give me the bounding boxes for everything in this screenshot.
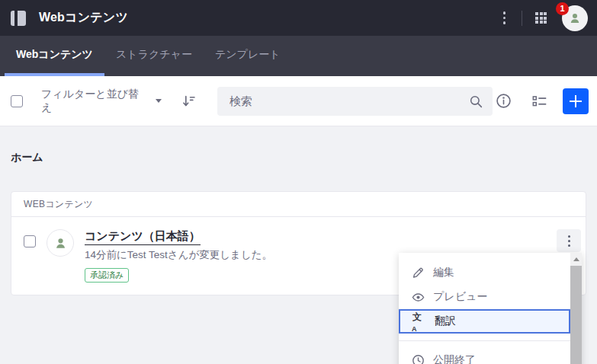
menu-divider — [399, 340, 570, 341]
display-style-button[interactable] — [528, 90, 550, 112]
app-title: Webコンテンツ — [39, 10, 128, 26]
navbar-divider — [522, 11, 522, 26]
translate-icon: 文A — [412, 312, 426, 330]
info-button[interactable] — [493, 90, 515, 112]
row-checkbox[interactable] — [24, 235, 36, 247]
context-menu: 編集 プレビュー 文A 翻訳 — [399, 253, 582, 364]
tab-web-content[interactable]: Webコンテンツ — [5, 36, 104, 76]
menu-item-preview[interactable]: プレビュー — [399, 285, 570, 309]
menu-item-label: 編集 — [433, 266, 454, 279]
content-subtitle: 14分前にTest Testさんが変更しました。 — [85, 248, 272, 262]
content-title-link[interactable]: コンテンツ（日本語） — [85, 229, 201, 245]
toolbar-right-actions — [493, 88, 589, 114]
list-view-icon — [531, 93, 547, 109]
search-button[interactable] — [465, 91, 486, 112]
clock-icon — [411, 354, 425, 364]
tab-bar: Webコンテンツ ストラクチャー テンプレート — [0, 36, 597, 76]
menu-item-label: プレビュー — [433, 290, 487, 304]
notification-badge[interactable]: 1 — [556, 2, 569, 15]
dropdown-scrollbar[interactable] — [570, 253, 582, 364]
tab-structures[interactable]: ストラクチャー — [104, 36, 204, 76]
breadcrumb[interactable]: ホーム — [11, 151, 586, 164]
status-badge: 承認済み — [85, 268, 129, 283]
pencil-icon — [411, 267, 425, 279]
chevron-down-icon — [156, 99, 162, 103]
top-navbar: Webコンテンツ 1 — [0, 0, 597, 36]
search-input[interactable] — [217, 94, 493, 107]
row-avatar — [47, 229, 74, 257]
filter-sort-label: フィルターと並び替え — [41, 88, 149, 115]
scroll-up-arrow-icon[interactable] — [570, 253, 582, 266]
sort-order-icon — [181, 94, 196, 108]
info-icon — [496, 93, 512, 109]
person-icon — [53, 236, 68, 251]
filter-sort-dropdown[interactable]: フィルターと並び替え — [41, 88, 162, 115]
search-icon — [468, 94, 483, 109]
navbar-options-icon[interactable] — [497, 7, 512, 29]
row-body: コンテンツ（日本語） 14分前にTest Testさんが変更しました。 承認済み — [85, 229, 272, 283]
menu-item-edit[interactable]: 編集 — [399, 260, 570, 285]
management-toolbar: フィルターと並び替え — [0, 76, 597, 126]
card-header: WEBコンテンツ — [11, 192, 586, 217]
app-window: Webコンテンツ 1 Webコンテンツ — [0, 0, 597, 364]
navbar-actions: 1 — [497, 5, 589, 31]
apps-grid-icon[interactable] — [532, 9, 550, 27]
menu-item-label: 公開終了 — [433, 353, 476, 364]
select-all-checkbox[interactable] — [11, 95, 23, 107]
add-button[interactable] — [563, 88, 589, 114]
eye-icon — [411, 291, 425, 304]
product-menu-icon[interactable] — [11, 11, 26, 26]
menu-item-translate[interactable]: 文A 翻訳 — [399, 309, 570, 334]
row-actions-button[interactable] — [557, 229, 581, 252]
menu-item-expire[interactable]: 公開終了 — [399, 348, 570, 364]
user-avatar-wrap: 1 — [562, 5, 588, 31]
person-icon — [568, 11, 582, 25]
search-box — [217, 87, 493, 116]
tab-templates[interactable]: テンプレート — [204, 36, 292, 76]
menu-item-label: 翻訳 — [435, 315, 456, 328]
sort-order-button[interactable] — [178, 91, 199, 111]
scrollbar-thumb[interactable] — [570, 266, 582, 364]
